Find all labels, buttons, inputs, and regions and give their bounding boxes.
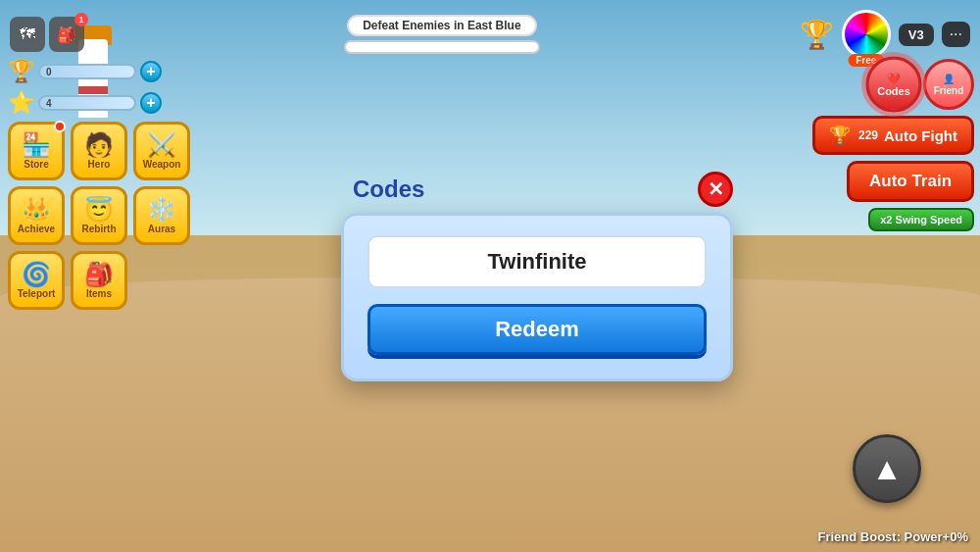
star-stat-bar: 4 <box>38 95 136 111</box>
weapon-button[interactable]: ⚔️ Weapon <box>133 122 190 180</box>
auto-train-label: Auto Train <box>869 172 952 190</box>
rebirth-label: Rebirth <box>82 224 117 234</box>
hero-button[interactable]: 🧑 Hero <box>71 122 127 180</box>
auto-fight-count: 229 <box>858 128 878 142</box>
store-notification <box>54 121 66 132</box>
teleport-icon: 🌀 <box>22 263 51 286</box>
bag-badge: 1 <box>74 13 88 26</box>
auras-icon: ❄️ <box>147 198 176 222</box>
right-icon-row: ❤️ Codes 👤 Friend <box>868 59 974 110</box>
store-icon: 🏪 <box>22 133 51 157</box>
teleport-button[interactable]: 🌀 Teleport <box>8 251 65 310</box>
trophy-stat-icon: 🏆 <box>8 59 34 84</box>
quest-progress-bar <box>344 40 540 54</box>
store-button[interactable]: 🏪 Store <box>8 122 65 180</box>
dialog-body: Redeem <box>341 213 733 381</box>
quest-bar-container: Defeat Enemies in East Blue <box>92 15 792 54</box>
codes-circle-button[interactable]: ❤️ Codes <box>865 56 921 112</box>
store-label: Store <box>24 159 49 170</box>
map-icon: 🗺 <box>20 25 35 43</box>
trophy-stat-value: 0 <box>46 67 52 77</box>
auto-fight-label: Auto Fight <box>884 127 957 144</box>
auras-button[interactable]: ❄️ Auras <box>133 186 190 245</box>
auto-train-button[interactable]: Auto Train <box>847 161 974 202</box>
auto-fight-trophy-icon: 🏆 <box>829 125 851 146</box>
items-icon: 🎒 <box>84 263 114 286</box>
items-button[interactable]: 🎒 Items <box>71 251 127 310</box>
achieve-label: Achieve <box>18 224 55 234</box>
rebirth-button[interactable]: 😇 Rebirth <box>71 186 127 245</box>
star-plus-button[interactable]: + <box>140 92 162 114</box>
friend-boost-text: Friend Boost: Power+0% <box>818 529 969 544</box>
items-label: Items <box>86 288 112 299</box>
more-options-button[interactable]: ··· <box>942 22 970 47</box>
dialog-title: Codes <box>341 172 424 207</box>
star-stat-value: 4 <box>46 98 52 109</box>
auras-label: Auras <box>148 224 175 234</box>
redeem-button[interactable]: Redeem <box>368 304 707 355</box>
dialog-title-bar: Codes ✕ <box>341 172 733 213</box>
swing-speed-button[interactable]: x2 Swing Speed <box>868 208 974 231</box>
nav-grid: 🏪 Store 🧑 Hero ⚔️ Weapon 👑 Achieve 😇 Reb… <box>8 122 190 310</box>
trophy-stat-row: 🏆 0 + <box>8 59 190 84</box>
friend-button-label: Friend <box>934 85 964 96</box>
top-left-icons: 🗺 🎒 1 <box>10 17 84 52</box>
auto-fight-button[interactable]: 🏆 229 Auto Fight <box>812 116 974 155</box>
trophy-top-icon[interactable]: 🏆 <box>800 19 834 51</box>
up-arrow-button[interactable]: ▲ <box>853 434 921 503</box>
dialog-close-button[interactable]: ✕ <box>698 172 733 207</box>
star-stat-icon: ⭐ <box>8 90 34 116</box>
codes-dialog: Codes ✕ Redeem <box>341 172 733 381</box>
hero-label: Hero <box>88 159 111 170</box>
bag-icon: 🎒 <box>57 25 76 44</box>
friend-icon: 👤 <box>943 74 955 84</box>
codes-heart-icon: ❤️ <box>887 72 900 83</box>
teleport-label: Teleport <box>18 288 56 299</box>
up-arrow-icon: ▲ <box>871 451 903 487</box>
right-sidebar: ❤️ Codes 👤 Friend 🏆 229 Auto Fight Auto … <box>812 59 980 231</box>
v3-button[interactable]: V3 <box>899 24 934 46</box>
color-wheel-container: Free <box>842 10 891 59</box>
map-button[interactable]: 🗺 <box>10 17 45 52</box>
left-sidebar: 🏆 0 + ⭐ 4 + 🏪 Store 🧑 Hero ⚔️ Weapon 👑 A… <box>8 59 190 310</box>
friend-circle-button[interactable]: 👤 Friend <box>923 59 974 110</box>
trophy-stat-bar: 0 <box>38 64 136 79</box>
trophy-plus-button[interactable]: + <box>140 61 162 82</box>
hero-icon: 🧑 <box>84 133 114 157</box>
star-stat-row: ⭐ 4 + <box>8 90 190 116</box>
color-wheel-button[interactable] <box>842 10 891 59</box>
quest-label: Defeat Enemies in East Blue <box>347 15 536 36</box>
weapon-icon: ⚔️ <box>147 133 176 157</box>
rebirth-icon: 😇 <box>84 198 114 222</box>
code-input[interactable] <box>368 235 707 288</box>
bag-button[interactable]: 🎒 1 <box>49 17 84 52</box>
weapon-label: Weapon <box>143 159 181 170</box>
achieve-button[interactable]: 👑 Achieve <box>8 186 65 245</box>
achieve-icon: 👑 <box>22 198 51 222</box>
codes-button-label: Codes <box>877 85 910 97</box>
